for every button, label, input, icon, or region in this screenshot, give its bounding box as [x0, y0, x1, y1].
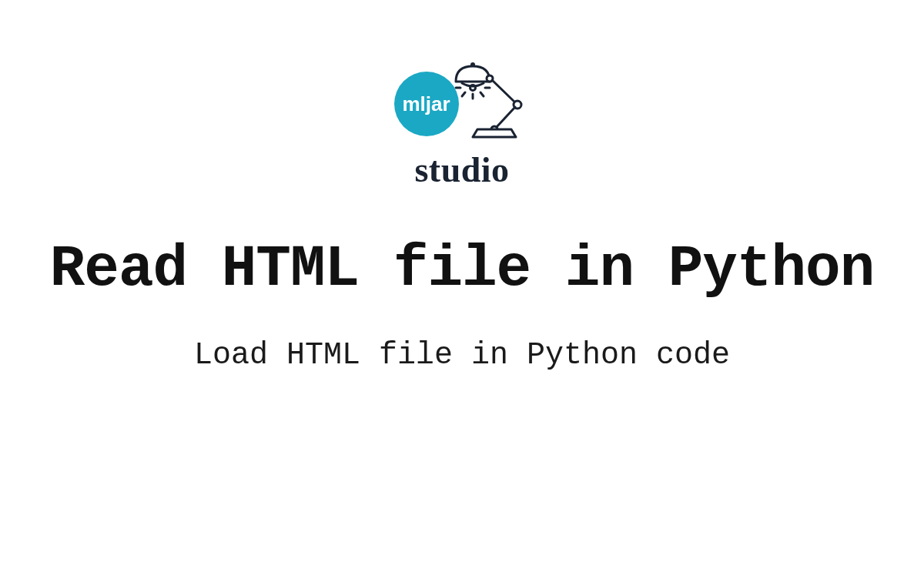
mljar-badge: mljar: [394, 72, 459, 136]
desk-lamp-icon: [450, 55, 531, 140]
logo-block: mljar: [394, 62, 531, 190]
page-subtitle: Load HTML file in Python code: [194, 338, 730, 373]
svg-line-4: [480, 92, 484, 96]
svg-line-3: [462, 92, 465, 96]
badge-text: mljar: [402, 92, 450, 116]
svg-line-8: [492, 80, 516, 103]
studio-text: studio: [414, 149, 509, 190]
svg-point-0: [470, 62, 475, 67]
page-headline: Read HTML file in Python: [50, 236, 875, 303]
svg-line-10: [496, 107, 515, 128]
svg-point-1: [470, 85, 475, 91]
logo-top-row: mljar: [394, 62, 531, 146]
